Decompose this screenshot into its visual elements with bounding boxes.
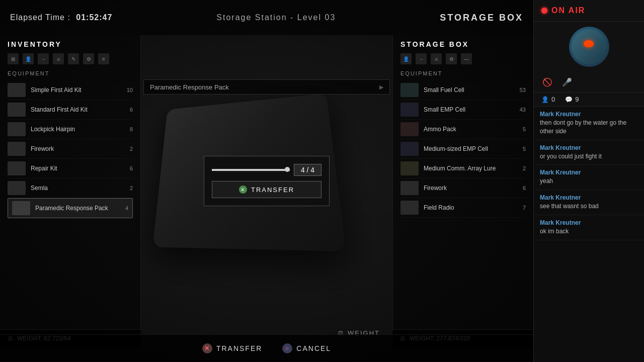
viewer-count: 👤 0 — [541, 96, 555, 103]
item-name-paramedic-pack: Paramedic Response Pack — [35, 205, 113, 212]
quantity-value[interactable]: 4 / 4 — [294, 164, 321, 176]
list-item[interactable]: Firework 6 — [400, 178, 526, 198]
toolbar-icon-sword[interactable]: ⚔ — [53, 53, 64, 64]
storage-toolbar-gear[interactable]: ⚙ — [446, 53, 457, 64]
stream-stats: 👤 0 💬 9 — [534, 93, 644, 107]
list-item[interactable]: Medium-sized EMP Cell 5 — [400, 139, 526, 159]
item-name-lockpick: Lockpick Hairpin — [31, 126, 118, 133]
inventory-title: INVENTORY — [8, 40, 133, 48]
storage-toolbar: 👤 → ⚔ ⚙ — — [400, 53, 526, 64]
item-name-simple-kit: Simple First Aid Kit — [31, 86, 118, 94]
list-item-selected[interactable]: Paramedic Response Pack 4 — [8, 198, 133, 218]
inventory-toolbar: ⊞ 👤 → ⚔ ✎ ⚙ ≡ — [8, 53, 133, 64]
list-item[interactable]: Small Fuel Cell 53 — [400, 80, 526, 100]
elapsed-time: Elapsed Time : 01:52:47 — [10, 13, 112, 22]
transfer-action-label: TRANSFER — [216, 344, 262, 352]
chat-messages: Mark Kreutner then dont go by the water … — [534, 107, 644, 362]
storage-equipment-label: EQUIPMENT — [400, 70, 526, 76]
item-icon-paramedic-pack — [12, 201, 30, 215]
chat-text: ok im back — [540, 227, 638, 236]
toolbar-icon-person[interactable]: 👤 — [23, 53, 34, 64]
transfer-dialog: 4 / 4 ✕ TRANSFER — [204, 156, 330, 206]
viewers-icon: 👤 — [541, 96, 549, 103]
chat-text: see that wasnt so bad — [540, 202, 638, 211]
selected-item-label: Paramedic Response Pack — [150, 83, 229, 91]
chat-username: Mark Kreutner — [540, 219, 638, 226]
viewers-value: 0 — [551, 96, 555, 103]
item-name-repair-kit: Repair Kit — [31, 165, 118, 172]
chat-message: Mark Kreutner ok im back — [534, 215, 644, 240]
on-air-bar: ON AIR — [534, 0, 644, 22]
bottom-action-bar: ✕ TRANSFER ○ CANCEL — [0, 334, 533, 362]
item-icon-simple-kit — [8, 83, 26, 97]
quantity-bar — [212, 169, 290, 171]
storage-toolbar-sword[interactable]: ⚔ — [431, 53, 442, 64]
list-item[interactable]: Medium Comm. Array Lure 2 — [400, 159, 526, 178]
on-air-label: ON AIR — [551, 6, 585, 15]
list-item[interactable]: Semla 2 — [8, 178, 133, 198]
transfer-dialog-button[interactable]: ✕ TRANSFER — [212, 181, 321, 198]
avatar — [569, 27, 609, 67]
item-icon-fuel-cell — [400, 83, 419, 97]
quantity-dot — [285, 167, 290, 172]
chat-username: Mark Kreutner — [540, 169, 638, 176]
item-icon-lockpick — [8, 122, 26, 136]
chat-username: Mark Kreutner — [540, 144, 638, 151]
cancel-o-icon: ○ — [282, 343, 292, 353]
toolbar-icon-gear[interactable]: ⚙ — [83, 53, 94, 64]
toolbar-icon-arrow[interactable]: → — [38, 53, 49, 64]
item-icon-semla — [8, 181, 26, 195]
list-item[interactable]: Field Radio 7 — [400, 198, 526, 218]
camera-off-icon[interactable]: 🚫 — [541, 76, 553, 88]
avatar-helmet — [572, 29, 607, 64]
item-name-standard-kit: Standard First Aid Kit — [31, 106, 118, 113]
transfer-action-button[interactable]: ✕ TRANSFER — [202, 343, 262, 353]
list-item[interactable]: Ammo Pack 5 — [400, 120, 526, 139]
item-icon-firework-storage — [400, 181, 419, 195]
list-item[interactable]: Lockpick Hairpin 8 — [8, 120, 133, 139]
chat-text: or you could just fight it — [540, 152, 638, 161]
comment-count: 💬 9 — [565, 96, 579, 103]
cancel-action-label: CANCEL — [296, 344, 331, 352]
storage-station-title: Storage Station - Level 03 — [216, 13, 336, 22]
item-icon-firework — [8, 142, 26, 156]
stream-controls: 🚫 🎤 — [534, 72, 644, 93]
transfer-x-icon: ✕ — [202, 343, 212, 353]
list-item[interactable]: Firework 2 — [8, 139, 133, 159]
toolbar-icon-grid[interactable]: ⊞ — [8, 53, 19, 64]
toolbar-icon-pencil[interactable]: ✎ — [68, 53, 79, 64]
cancel-action-button[interactable]: ○ CANCEL — [282, 343, 331, 353]
toolbar-icon-menu[interactable]: ≡ — [98, 53, 109, 64]
list-item[interactable]: Small EMP Cell 43 — [400, 100, 526, 120]
comments-icon: 💬 — [565, 96, 573, 103]
list-item[interactable]: Simple First Aid Kit 10 — [8, 80, 133, 100]
avatar-area — [534, 22, 644, 72]
inventory-equipment-label: EQUIPMENT — [8, 70, 133, 76]
item-icon-standard-kit — [8, 103, 26, 117]
microphone-icon[interactable]: 🎤 — [561, 76, 573, 88]
item-icon-array-lure — [400, 161, 419, 175]
quantity-selector: 4 / 4 — [212, 164, 321, 176]
comments-value: 9 — [575, 96, 579, 103]
transfer-dialog-label: TRANSFER — [251, 186, 294, 194]
list-item[interactable]: Standard First Aid Kit 6 — [8, 100, 133, 120]
storage-toolbar-dash[interactable]: — — [461, 53, 472, 64]
item-icon-ammo-pack — [400, 122, 419, 136]
storage-box-header: STORAGE BOX — [440, 13, 523, 23]
storage-toolbar-person[interactable]: 👤 — [400, 53, 412, 64]
storage-panel: STORAGE BOX 👤 → ⚔ ⚙ — EQUIPMENT Small Fu… — [392, 35, 533, 347]
storage-toolbar-arrow[interactable]: → — [416, 53, 427, 64]
on-air-indicator — [541, 8, 547, 14]
chat-text: yeah — [540, 177, 638, 186]
list-item[interactable]: Repair Kit 6 — [8, 159, 133, 178]
chat-message: Mark Kreutner then dont go by the water … — [534, 107, 644, 140]
stream-panel: ON AIR 🚫 🎤 👤 0 💬 9 Mark Kreutner then do… — [533, 0, 644, 362]
chat-text: then dont go by the water go the other s… — [540, 119, 638, 136]
inventory-panel: INVENTORY ⊞ 👤 → ⚔ ✎ ⚙ ≡ EQUIPMENT Simple… — [0, 35, 141, 347]
transfer-dialog-icon: ✕ — [239, 186, 247, 194]
item-icon-field-radio — [400, 201, 419, 215]
avatar-eye — [584, 40, 594, 47]
chat-message: Mark Kreutner see that wasnt so bad — [534, 190, 644, 215]
selected-item-name-bar: Paramedic Response Pack ▶ — [143, 79, 390, 95]
storage-panel-title: STORAGE BOX — [400, 40, 526, 48]
